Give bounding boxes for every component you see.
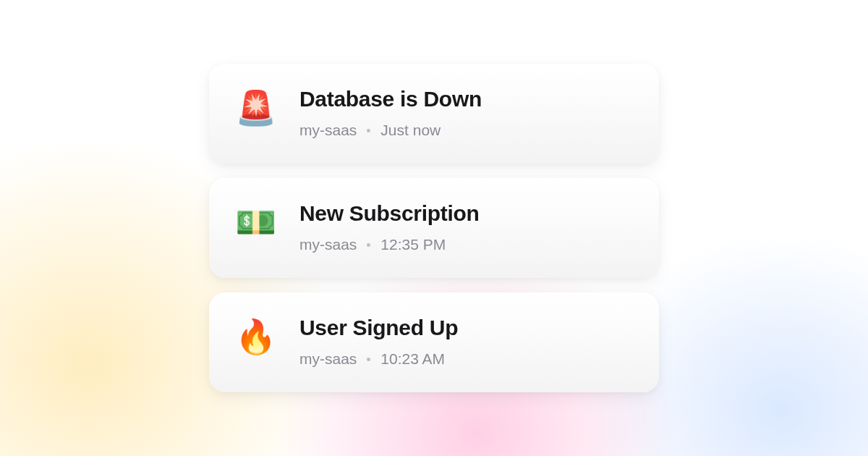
- notification-title: Database is Down: [299, 87, 482, 111]
- siren-icon: 🚨: [235, 91, 276, 124]
- meta-separator: [367, 129, 370, 132]
- notification-card[interactable]: 🚨 Database is Down my-saas Just now: [209, 64, 659, 164]
- notification-time: Just now: [380, 122, 441, 139]
- notification-title: User Signed Up: [299, 316, 458, 340]
- notification-time: 12:35 PM: [380, 236, 446, 253]
- notification-time: 10:23 AM: [380, 350, 445, 368]
- money-icon: 💵: [235, 206, 276, 239]
- notification-project: my-saas: [299, 122, 357, 139]
- notification-content: Database is Down my-saas Just now: [299, 87, 482, 139]
- meta-separator: [367, 358, 370, 361]
- notification-list: 🚨 Database is Down my-saas Just now 💵 Ne…: [209, 64, 659, 392]
- notification-project: my-saas: [299, 350, 357, 368]
- notification-card[interactable]: 🔥 User Signed Up my-saas 10:23 AM: [209, 292, 659, 392]
- notification-project: my-saas: [299, 236, 357, 253]
- notification-meta: my-saas Just now: [299, 122, 482, 139]
- notification-card[interactable]: 💵 New Subscription my-saas 12:35 PM: [209, 178, 659, 278]
- notification-content: User Signed Up my-saas 10:23 AM: [299, 316, 458, 368]
- notification-meta: my-saas 12:35 PM: [299, 236, 480, 253]
- notification-content: New Subscription my-saas 12:35 PM: [299, 201, 480, 253]
- notification-meta: my-saas 10:23 AM: [299, 350, 458, 368]
- notification-title: New Subscription: [299, 201, 480, 226]
- meta-separator: [367, 243, 370, 247]
- fire-icon: 🔥: [235, 320, 276, 353]
